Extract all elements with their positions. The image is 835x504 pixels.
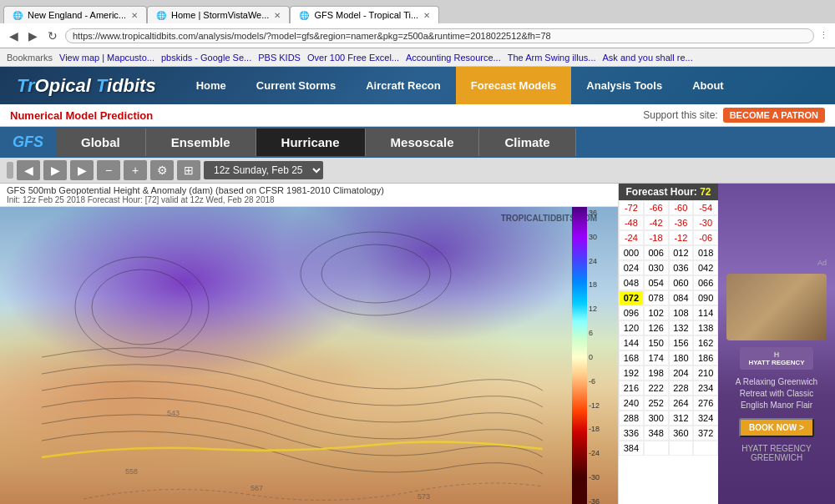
fh-384[interactable]: 384 bbox=[619, 441, 644, 456]
fh-204[interactable]: 204 bbox=[669, 365, 694, 381]
bookmark-1[interactable]: View map | Mapcusto... bbox=[59, 53, 154, 63]
fh-222[interactable]: 222 bbox=[644, 381, 669, 396]
fh-096[interactable]: 096 bbox=[619, 305, 644, 320]
fh-324[interactable]: 324 bbox=[693, 411, 718, 426]
nav-aircraft-recon[interactable]: Aircraft Recon bbox=[351, 67, 456, 104]
fh-288[interactable]: 288 bbox=[619, 411, 644, 426]
fh-066[interactable]: 066 bbox=[693, 275, 718, 290]
fh-234[interactable]: 234 bbox=[693, 381, 718, 396]
tab-3[interactable]: 🌐 GFS Model - Tropical Ti... ✕ bbox=[290, 6, 439, 23]
fh-360[interactable]: 360 bbox=[669, 426, 694, 441]
fh-210[interactable]: 210 bbox=[693, 365, 718, 381]
play-button[interactable]: ▶ bbox=[43, 160, 67, 180]
bookmark-2[interactable]: pbskids - Google Se... bbox=[161, 53, 251, 63]
nav-current-storms[interactable]: Current Storms bbox=[241, 67, 351, 104]
nav-about[interactable]: About bbox=[677, 67, 739, 104]
fh-neg42[interactable]: -42 bbox=[644, 215, 669, 230]
fh-192[interactable]: 192 bbox=[619, 365, 644, 381]
datetime-select[interactable]: 12z Sunday, Feb 25 bbox=[204, 161, 323, 179]
fh-162[interactable]: 162 bbox=[693, 335, 718, 350]
fh-150[interactable]: 150 bbox=[644, 335, 669, 350]
fh-078[interactable]: 078 bbox=[644, 290, 669, 305]
fh-198[interactable]: 198 bbox=[644, 365, 669, 381]
fh-018[interactable]: 018 bbox=[693, 245, 718, 260]
patreon-button[interactable]: BECOME A PATRON bbox=[723, 108, 825, 123]
fh-114[interactable]: 114 bbox=[693, 305, 718, 320]
fh-132[interactable]: 132 bbox=[669, 320, 694, 335]
fh-neg48[interactable]: -48 bbox=[619, 215, 644, 230]
fh-006[interactable]: 006 bbox=[644, 245, 669, 260]
bookmark-4[interactable]: Over 100 Free Excel... bbox=[307, 53, 399, 63]
bookmark-5[interactable]: Accounting Resource... bbox=[406, 53, 501, 63]
fh-144[interactable]: 144 bbox=[619, 335, 644, 350]
nav-home[interactable]: Home bbox=[181, 67, 241, 104]
grid-button[interactable]: ⊞ bbox=[177, 160, 200, 180]
bookmark-7[interactable]: Ask and you shall re... bbox=[603, 53, 693, 63]
fh-228[interactable]: 228 bbox=[669, 381, 694, 396]
fh-neg66[interactable]: -66 bbox=[644, 200, 669, 215]
minus-button[interactable]: − bbox=[97, 160, 120, 180]
fh-090[interactable]: 090 bbox=[693, 290, 718, 305]
fh-neg60[interactable]: -60 bbox=[669, 200, 694, 215]
back-button[interactable]: ◀ bbox=[7, 29, 21, 43]
fh-neg30[interactable]: -30 bbox=[693, 215, 718, 230]
forward-button[interactable]: ▶ bbox=[26, 29, 40, 43]
fh-186[interactable]: 186 bbox=[693, 350, 718, 365]
fh-024[interactable]: 024 bbox=[619, 260, 644, 275]
tab-1-close[interactable]: ✕ bbox=[131, 11, 138, 20]
settings-button[interactable]: ⚙ bbox=[150, 160, 174, 180]
fh-240[interactable]: 240 bbox=[619, 396, 644, 411]
nav-forecast-models[interactable]: Forecast Models bbox=[456, 67, 572, 104]
fh-126[interactable]: 126 bbox=[644, 320, 669, 335]
fh-neg18[interactable]: -18 bbox=[644, 230, 669, 245]
fh-138[interactable]: 138 bbox=[693, 320, 718, 335]
tab-3-close[interactable]: ✕ bbox=[423, 11, 430, 20]
fh-060[interactable]: 060 bbox=[669, 275, 694, 290]
fh-276[interactable]: 276 bbox=[693, 396, 718, 411]
fh-174[interactable]: 174 bbox=[644, 350, 669, 365]
nav-analysis-tools[interactable]: Analysis Tools bbox=[571, 67, 677, 104]
fh-156[interactable]: 156 bbox=[669, 335, 694, 350]
fh-216[interactable]: 216 bbox=[619, 381, 644, 396]
bookmark-3[interactable]: PBS KIDS bbox=[258, 53, 301, 63]
fh-108[interactable]: 108 bbox=[669, 305, 694, 320]
fh-072[interactable]: 072 bbox=[619, 290, 644, 305]
tab-climate[interactable]: Climate bbox=[479, 129, 575, 156]
fh-030[interactable]: 030 bbox=[644, 260, 669, 275]
fh-036[interactable]: 036 bbox=[669, 260, 694, 275]
fh-042[interactable]: 042 bbox=[693, 260, 718, 275]
fh-102[interactable]: 102 bbox=[644, 305, 669, 320]
plus-button[interactable]: + bbox=[124, 160, 147, 180]
map-image[interactable]: 543 567 570 985 573 558 573 582 TROPICAL… bbox=[0, 207, 618, 504]
next-button[interactable]: ▶ bbox=[70, 160, 94, 180]
tab-global[interactable]: Global bbox=[56, 129, 146, 156]
fh-168[interactable]: 168 bbox=[619, 350, 644, 365]
fh-372[interactable]: 372 bbox=[693, 426, 718, 441]
fh-054[interactable]: 054 bbox=[644, 275, 669, 290]
fh-180[interactable]: 180 bbox=[669, 350, 694, 365]
refresh-button[interactable]: ↻ bbox=[45, 29, 60, 43]
fh-012[interactable]: 012 bbox=[669, 245, 694, 260]
fh-000[interactable]: 000 bbox=[619, 245, 644, 260]
fh-264[interactable]: 264 bbox=[669, 396, 694, 411]
fh-neg72[interactable]: -72 bbox=[619, 200, 644, 215]
fh-neg54[interactable]: -54 bbox=[693, 200, 718, 215]
fh-312[interactable]: 312 bbox=[669, 411, 694, 426]
prev-button[interactable]: ◀ bbox=[17, 160, 40, 180]
ad-book-button[interactable]: BOOK NOW > bbox=[739, 418, 814, 437]
fh-neg12[interactable]: -12 bbox=[669, 230, 694, 245]
fh-neg06[interactable]: -06 bbox=[693, 230, 718, 245]
fh-336[interactable]: 336 bbox=[619, 426, 644, 441]
fh-348[interactable]: 348 bbox=[644, 426, 669, 441]
tab-mesoscale[interactable]: Mesoscale bbox=[366, 129, 480, 156]
fh-252[interactable]: 252 bbox=[644, 396, 669, 411]
fh-300[interactable]: 300 bbox=[644, 411, 669, 426]
fh-120[interactable]: 120 bbox=[619, 320, 644, 335]
tab-1[interactable]: 🌐 New England - Americ... ✕ bbox=[3, 6, 147, 23]
fh-neg36[interactable]: -36 bbox=[669, 215, 694, 230]
address-input[interactable] bbox=[65, 28, 814, 43]
fh-048[interactable]: 048 bbox=[619, 275, 644, 290]
bookmark-6[interactable]: The Arm Swing illus... bbox=[508, 53, 596, 63]
tab-2[interactable]: 🌐 Home | StormVistaWe... ✕ bbox=[147, 6, 290, 23]
drag-handle[interactable] bbox=[7, 162, 13, 179]
